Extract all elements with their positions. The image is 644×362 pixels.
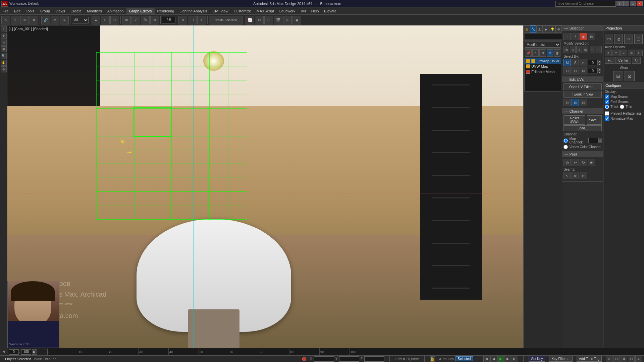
current-frame-input[interactable] xyxy=(9,349,19,355)
prev-frame[interactable]: ◀ xyxy=(490,356,497,362)
unlink-tool[interactable]: ⊘ xyxy=(51,16,59,24)
lock-icon[interactable]: 🔒 xyxy=(430,356,435,362)
window-crossing[interactable]: ⊟ xyxy=(110,16,119,24)
dotted-shrink[interactable]: ⋯ xyxy=(596,46,602,53)
section-edituv-title[interactable]: — Edit UVs xyxy=(562,77,603,82)
select-loop[interactable]: ○ xyxy=(576,46,582,53)
total-frames-input[interactable] xyxy=(21,349,31,355)
modifier-uvw-map[interactable]: UVW Map xyxy=(525,64,561,69)
pin-stack-icon[interactable]: 📌 xyxy=(525,49,532,57)
tab-modify[interactable]: 🔧 xyxy=(530,25,536,33)
make-unique-icon[interactable]: ⊕ xyxy=(547,49,553,57)
wrap-shape2[interactable]: ⊠ xyxy=(625,71,635,81)
render-setup[interactable]: 🎬 xyxy=(274,16,282,24)
edit-uv-icon2[interactable]: ⊠ xyxy=(572,99,579,106)
menu-views[interactable]: Views xyxy=(53,8,68,14)
fit-button[interactable]: Fit xyxy=(605,57,614,64)
proj-cylinder[interactable]: ⌀ xyxy=(614,34,623,44)
menu-laubwerk[interactable]: Laubwerk xyxy=(277,8,298,14)
menu-modifiers[interactable]: Modifiers xyxy=(84,8,105,14)
mirror-tool[interactable]: ⇔ xyxy=(178,16,187,24)
proj-planar[interactable]: ▭ xyxy=(605,34,613,44)
snap-toggle[interactable]: ⊞ xyxy=(122,16,131,24)
help-icon[interactable]: ? xyxy=(616,1,623,6)
tab-create[interactable]: ⊕ xyxy=(524,25,530,33)
section-selection-title[interactable]: — Selection xyxy=(562,25,603,31)
schematic[interactable]: ⊟ xyxy=(255,16,264,24)
save-button[interactable]: Save... xyxy=(587,115,602,125)
seam-remove[interactable]: ⊘ xyxy=(580,172,587,179)
show-all-icon[interactable]: ≡ xyxy=(532,49,539,57)
vertex-select[interactable]: · xyxy=(564,33,571,40)
percent-snap[interactable]: % xyxy=(141,16,150,24)
play-button[interactable]: ▶ xyxy=(497,356,504,362)
modifier-list-dropdown[interactable]: Modifier List xyxy=(525,42,560,48)
wrap-shape1[interactable]: ⊟ xyxy=(613,71,623,81)
lt-pan[interactable]: ✋ xyxy=(1,60,7,66)
peel-seams-checkbox[interactable] xyxy=(605,100,609,104)
select-region[interactable]: □ xyxy=(101,16,110,24)
align-extra1[interactable]: ⊕ xyxy=(628,50,635,56)
menu-graph-editors[interactable]: Graph Editors xyxy=(126,8,155,14)
section-channel-title[interactable]: — Channel xyxy=(562,109,603,114)
set-key-button[interactable]: Set Key xyxy=(529,356,545,362)
remove-modifier-icon[interactable]: 🗑 xyxy=(554,49,561,57)
end-frame-btn[interactable]: ▶ xyxy=(32,349,37,355)
align-extra2[interactable]: ⊟ xyxy=(636,50,643,56)
b-up2[interactable]: ▲ xyxy=(598,68,601,71)
shrink-selection[interactable]: ⊖ xyxy=(570,46,576,53)
align-z[interactable]: Z xyxy=(620,50,627,56)
select-object[interactable]: ▲ xyxy=(92,16,100,24)
menu-lighting[interactable]: Lighting Analysis xyxy=(177,8,210,14)
z-coord-input[interactable] xyxy=(364,356,384,362)
material-editor[interactable]: ⬡ xyxy=(264,16,273,24)
lt-select[interactable]: ↖ xyxy=(1,26,7,32)
menu-vn[interactable]: VN xyxy=(298,8,308,14)
select-tool[interactable]: ↖ xyxy=(1,16,10,24)
timeline-track[interactable]: 0 10 20 30 40 50 60 70 80 90 100 xyxy=(48,348,644,355)
object-name-input[interactable]: Floor_Object001 xyxy=(525,34,562,40)
activeshade[interactable]: ◉ xyxy=(292,16,301,24)
load-button[interactable]: Load... xyxy=(564,125,602,131)
menu-edit[interactable]: Edit xyxy=(11,8,23,14)
dotted-expand[interactable]: ⋯ xyxy=(590,46,595,53)
next-frame[interactable]: ▶ xyxy=(504,356,511,362)
menu-rendering[interactable]: Rendering xyxy=(155,8,177,14)
go-to-start[interactable]: ⏮ xyxy=(483,356,490,362)
edge-select[interactable]: / xyxy=(572,33,579,40)
lt-move[interactable]: ✛ xyxy=(1,33,7,39)
menu-maxscript[interactable]: MAXScript xyxy=(254,8,277,14)
mini-icon3[interactable]: ⊠ xyxy=(621,356,627,362)
peel-icon1[interactable]: ⊙ xyxy=(564,159,571,166)
y-coord-input[interactable] xyxy=(339,356,359,362)
element-select[interactable]: ⊠ xyxy=(588,33,595,40)
lt-scale[interactable]: ⊠ xyxy=(1,46,7,52)
mini-icon1[interactable]: ⊕ xyxy=(606,356,612,362)
menu-civil[interactable]: Civil View xyxy=(210,8,231,14)
minimize-button[interactable]: — xyxy=(623,1,629,6)
maximize-button[interactable]: □ xyxy=(630,1,636,6)
key-filters-button[interactable]: Key Filters... xyxy=(549,356,573,362)
vertex-color-radio[interactable] xyxy=(564,145,568,149)
section-peel-title[interactable]: — Peel xyxy=(562,152,603,157)
menu-group[interactable]: Group xyxy=(37,8,53,14)
seam-add[interactable]: ⊕ xyxy=(572,172,579,179)
select-id-input[interactable] xyxy=(588,60,598,65)
menu-customize[interactable]: Customize xyxy=(231,8,254,14)
peel-icon2[interactable]: ↩ xyxy=(572,159,579,166)
bind-tool[interactable]: ∿ xyxy=(60,16,69,24)
edit-uv-icon3[interactable]: ⊡ xyxy=(580,99,587,106)
id-down[interactable]: ▼ xyxy=(598,63,601,65)
mini-icon4[interactable]: ⊡ xyxy=(628,356,635,362)
select-by-mirror[interactable]: ⇔ xyxy=(580,59,587,66)
mini-icon2[interactable]: ⊟ xyxy=(613,356,620,362)
menu-create[interactable]: Create xyxy=(68,8,84,14)
proj-box[interactable]: □ xyxy=(634,34,643,44)
map-seams-checkbox[interactable] xyxy=(605,95,609,99)
tab-display[interactable]: 💡 xyxy=(549,25,555,33)
align-x[interactable]: X xyxy=(605,50,612,56)
id-up[interactable]: ▲ xyxy=(598,60,601,63)
tab-motion[interactable]: ▶ xyxy=(543,25,549,33)
center-button[interactable]: Center xyxy=(615,57,631,64)
peel-icon4[interactable]: ★ xyxy=(588,159,595,166)
